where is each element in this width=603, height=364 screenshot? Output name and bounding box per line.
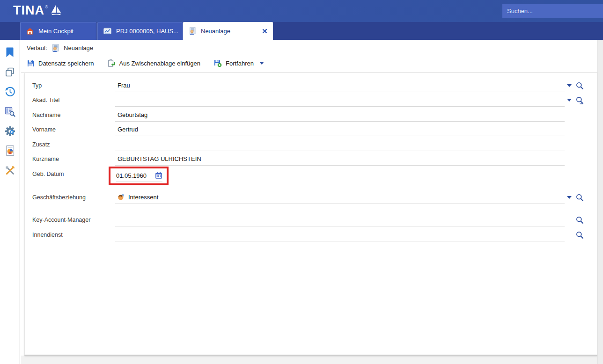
field-value: GEBURTSTAG ULRICHSTEIN	[118, 155, 201, 162]
form-row-typ: Typ Frau	[25, 79, 597, 92]
project-icon	[103, 28, 111, 35]
tab-label: PRJ 0000005, HAUS...	[116, 28, 178, 35]
tools-icon[interactable]	[0, 160, 20, 180]
field-label: Typ	[32, 79, 113, 92]
dropdown-caret-icon[interactable]	[567, 84, 572, 87]
tab-prj-0000005[interactable]: PRJ 0000005, HAUS...	[97, 22, 183, 40]
form-row-akad-titel: Akad. Titel	[25, 94, 597, 107]
field-label: Kurzname	[32, 153, 113, 166]
report-chart-icon[interactable]	[0, 141, 20, 160]
field-label: Nachname	[32, 109, 113, 122]
sailboat-icon	[50, 4, 62, 17]
continue-save-icon	[213, 59, 222, 67]
kurzname-field[interactable]: GEBURTSTAG ULRICHSTEIN	[115, 153, 565, 166]
window-copy-icon[interactable]	[0, 62, 20, 82]
form-card: Typ Frau Akad. Titel	[24, 73, 597, 356]
logo-registered-mark: ®	[45, 5, 48, 9]
tab-close-icon[interactable]	[257, 29, 267, 34]
lookup-search-icon[interactable]	[576, 216, 584, 224]
tab-neuanlage[interactable]: Neuanlage	[183, 22, 273, 40]
field-label: Innendienst	[32, 228, 113, 241]
field-label: Geschäftsbeziehung	[32, 191, 113, 204]
dropdown-caret-icon[interactable]	[567, 99, 572, 102]
settings-gear-icon[interactable]	[0, 121, 20, 141]
app-header: TINA ®	[0, 0, 603, 22]
chevron-down-icon[interactable]	[259, 62, 264, 65]
field-value: 01.05.1960	[116, 172, 147, 179]
lookup-search-more-icon[interactable]	[576, 96, 584, 104]
key-account-manager-field[interactable]	[115, 213, 565, 226]
zusatz-field[interactable]	[115, 138, 565, 151]
field-label: Akad. Titel	[32, 94, 113, 107]
save-icon	[27, 59, 35, 67]
content-area: Verlauf: Neuanlage	[21, 40, 603, 364]
form-row-vorname: Vorname Gertrud	[25, 123, 597, 136]
left-sidebar	[0, 40, 20, 364]
continue-button[interactable]: Fortfahren	[213, 59, 264, 67]
lookup-search-icon[interactable]	[576, 82, 584, 90]
history-bar: Verlauf: Neuanlage	[27, 43, 93, 53]
form-row-innendienst: Innendienst	[25, 228, 597, 241]
person-icon	[189, 27, 196, 35]
tab-label: Mein Cockpit	[38, 28, 74, 35]
vorname-field[interactable]: Gertrud	[115, 123, 565, 136]
form-row-geb-datum: Geb. Datum 01.05.1960	[25, 167, 597, 185]
save-record-button[interactable]: Datensatz speichern	[27, 59, 94, 67]
bookmark-icon[interactable]	[0, 43, 20, 62]
background-area	[21, 356, 597, 364]
field-label: Geb. Datum	[32, 167, 113, 181]
paste-button-label: Aus Zwischenablage einfügen	[119, 60, 200, 67]
lookup-search-icon[interactable]	[576, 194, 584, 202]
dropdown-caret-icon[interactable]	[567, 196, 572, 199]
tab-mein-cockpit[interactable]: Mein Cockpit	[20, 22, 96, 40]
field-label: Zusatz	[32, 138, 113, 151]
highlight-annotation-box: 01.05.1960	[109, 167, 169, 185]
field-value: Frau	[118, 82, 130, 89]
continue-button-label: Fortfahren	[226, 60, 254, 67]
field-label: Key-Account-Manager	[32, 213, 113, 226]
form-row-kurzname: Kurzname GEBURTSTAG ULRICHSTEIN	[25, 153, 597, 166]
toolbar: Datensatz speichern Aus Zwischenablage e…	[27, 56, 264, 71]
geb-datum-field[interactable]: 01.05.1960	[116, 169, 162, 182]
nachname-field[interactable]: Geburtstag	[115, 109, 565, 122]
field-value: Geburtstag	[118, 111, 147, 118]
history-clock-icon[interactable]	[0, 82, 20, 102]
home-icon	[26, 28, 34, 35]
field-value: Gertrud	[118, 126, 138, 133]
save-button-label: Datensatz speichern	[38, 60, 94, 67]
history-current-item[interactable]: Neuanlage	[64, 44, 93, 51]
typ-field[interactable]: Frau	[115, 79, 565, 92]
tab-label: Neuanlage	[201, 28, 230, 35]
lookup-search-icon[interactable]	[576, 231, 584, 239]
form-row-nachname: Nachname Geburtstag	[25, 109, 597, 122]
search-document-icon[interactable]	[0, 102, 20, 121]
field-value: Interessent	[128, 194, 158, 201]
scrollbar-track[interactable]	[597, 40, 603, 364]
form-row-geschaeftsbeziehung: Geschäftsbeziehung Interessent	[25, 191, 597, 204]
paste-icon	[107, 59, 116, 67]
logo-text: TINA	[13, 3, 44, 17]
innendienst-field[interactable]	[115, 228, 565, 241]
paste-from-clipboard-button[interactable]: Aus Zwischenablage einfügen	[107, 59, 200, 67]
akad-titel-field[interactable]	[115, 94, 565, 107]
form-row-zusatz: Zusatz	[25, 138, 597, 151]
field-label: Vorname	[32, 123, 113, 136]
app-logo: TINA ®	[13, 3, 62, 17]
calendar-icon[interactable]	[155, 172, 162, 179]
contact-icon	[118, 194, 125, 201]
geschaeftsbeziehung-field[interactable]: Interessent	[115, 191, 565, 204]
person-icon	[51, 44, 59, 52]
tab-bar: Mein Cockpit PRJ 0000005, HAUS...	[0, 22, 603, 40]
search-input[interactable]	[502, 4, 603, 18]
history-label: Verlauf:	[27, 44, 47, 51]
form-row-key-account-manager: Key-Account-Manager	[25, 213, 597, 226]
